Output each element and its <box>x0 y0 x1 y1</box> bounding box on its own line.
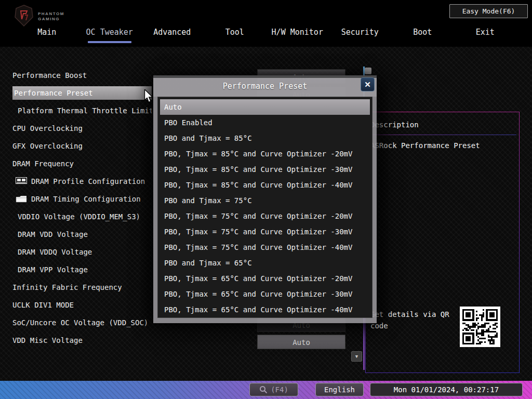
preset-option-pbo-and-tjmax-85-c[interactable]: PBO and Tjmax = 85°C <box>158 130 372 146</box>
easy-mode-button[interactable]: Easy Mode(F6) <box>449 4 528 18</box>
tab-tool[interactable]: Tool <box>204 26 267 42</box>
tab-exit[interactable]: Exit <box>454 26 517 42</box>
sidebar-item-label: VDD Misc Voltage <box>12 334 83 347</box>
sidebar-item-label: Performance Boost <box>12 69 87 82</box>
preset-option-pbo-tjmax-75-c-and-curve-optimizer-40mv[interactable]: PBO, Tjmax = 75°C and Curve Optimizer -4… <box>158 240 372 255</box>
top-bar: PHANTOM GAMING Easy Mode(F6) MainOC Twea… <box>0 0 532 47</box>
tab-advanced[interactable]: Advanced <box>141 26 204 42</box>
tab-boot[interactable]: Boot <box>391 26 454 42</box>
folder-icon <box>16 195 27 203</box>
sidebar-item-dram-profile-configuration[interactable]: DRAM Profile Configuration <box>12 175 152 188</box>
sidebar-item-label: DRAM Timing Configuration <box>31 192 141 206</box>
search-hotkey-label: (F4) <box>271 385 288 394</box>
datetime-display: Mon 01/01/2024, 00:27:17 <box>370 383 523 396</box>
sidebar-item-label: DRAM VPP Voltage <box>18 263 88 276</box>
sidebar-item-performance-boost[interactable]: Performance Boost <box>12 69 152 82</box>
dimm-icon <box>16 177 27 185</box>
dialog-title: Performance Preset <box>153 78 377 95</box>
preset-option-pbo-tjmax-65-c-and-curve-optimizer-20mv[interactable]: PBO, Tjmax = 65°C and Curve Optimizer -2… <box>158 271 372 286</box>
sidebar-item-dram-vddq-voltage[interactable]: DRAM VDDQ Voltage <box>12 245 152 259</box>
main-scrollbar-thumb[interactable] <box>365 68 371 74</box>
sidebar-item-infinity-fabric-frequency[interactable]: Infinity Fabric Frequency <box>12 281 152 294</box>
qr-code <box>460 307 500 347</box>
preset-option-pbo-tjmax-85-c-and-curve-optimizer-30mv[interactable]: PBO, Tjmax = 85°C and Curve Optimizer -3… <box>158 162 372 177</box>
sidebar-item-uclk-div1-mode[interactable]: UCLK DIV1 MODE <box>12 298 152 312</box>
preset-option-pbo-tjmax-65-c-and-curve-optimizer-40mv[interactable]: PBO, Tjmax = 65°C and Curve Optimizer -4… <box>158 302 372 317</box>
dialog-option-list: AutoPBO EnabledPBO and Tjmax = 85°CPBO, … <box>157 97 373 318</box>
sidebar-item-cpu-overclocking[interactable]: CPU Overclocking <box>12 122 152 135</box>
sidebar-item-vdd-misc-voltage[interactable]: VDD Misc Voltage <box>12 334 152 347</box>
phantom-gaming-shield-icon <box>14 5 34 29</box>
sidebar-item-label: UCLK DIV1 MODE <box>12 298 74 312</box>
chevron-down-icon: ▼ <box>355 354 358 359</box>
sidebar-item-label: VDDIO Voltage (VDDIO_MEM_S3) <box>18 210 140 223</box>
qr-caption: Get details via QR code <box>370 309 456 331</box>
dialog-close-button[interactable]: ✕ <box>361 77 375 91</box>
sidebar-item-dram-vpp-voltage[interactable]: DRAM VPP Voltage <box>12 263 152 276</box>
sidebar-item-label: Infinity Fabric Frequency <box>12 281 122 294</box>
description-panel: Description ASRock Performance Preset Ge… <box>365 112 520 373</box>
mouse-cursor <box>143 89 154 105</box>
scroll-down-button[interactable]: ▼ <box>351 351 362 362</box>
performance-preset-dialog: Performance Preset ✕ AutoPBO EnabledPBO … <box>153 75 377 323</box>
language-button[interactable]: English <box>315 383 364 396</box>
sidebar-item-dram-timing-configuration[interactable]: DRAM Timing Configuration <box>12 192 152 206</box>
sidebar-item-label: SoC/Uncore OC Voltage (VDD_SOC) <box>12 316 148 329</box>
tab-main[interactable]: Main <box>16 26 78 42</box>
phantom-gaming-logo: PHANTOM GAMING <box>14 5 64 29</box>
status-bar: (F4) English Mon 01/01/2024, 00:27:17 <box>0 381 532 399</box>
description-divider <box>369 135 516 135</box>
sidebar-item-performance-preset[interactable]: Performance Preset <box>12 86 152 100</box>
preset-option-auto[interactable]: Auto <box>160 99 370 115</box>
sidebar-item-gfx-overclocking[interactable]: GFX Overclocking <box>12 139 152 153</box>
preset-option-pbo-tjmax-75-c-and-curve-optimizer-30mv[interactable]: PBO, Tjmax = 75°C and Curve Optimizer -3… <box>158 224 372 240</box>
tab-h-w-monitor[interactable]: H/W Monitor <box>266 26 329 42</box>
search-button[interactable]: (F4) <box>249 383 298 396</box>
sidebar-item-dram-vdd-voltage[interactable]: DRAM VDD Voltage <box>12 228 152 241</box>
bios-screen: { "header": { "logo": { "line1": "PHANTO… <box>0 0 532 399</box>
description-text: ASRock Performance Preset <box>370 141 480 150</box>
preset-option-pbo-tjmax-85-c-and-curve-optimizer-20mv[interactable]: PBO, Tjmax = 85°C and Curve Optimizer -2… <box>158 146 372 162</box>
sidebar-item-label: DRAM Frequency <box>12 157 74 170</box>
sidebar-item-label: CPU Overclocking <box>12 122 83 135</box>
sidebar-item-platform-thermal-throttle-limit[interactable]: Platform Thermal Throttle Limit( <box>12 104 152 117</box>
tab-oc-tweaker[interactable]: OC Tweaker <box>78 26 141 42</box>
logo-wordmark: PHANTOM GAMING <box>38 11 64 22</box>
sidebar-item-label: GFX Overclocking <box>12 139 83 153</box>
preset-option-pbo-and-tjmax-65-c[interactable]: PBO and Tjmax = 65°C <box>158 255 372 271</box>
tab-security[interactable]: Security <box>329 26 392 42</box>
sidebar-item-label: Performance Preset <box>14 86 93 100</box>
nav-tabs: MainOC TweakerAdvancedToolH/W MonitorSec… <box>16 26 516 42</box>
preset-option-pbo-enabled[interactable]: PBO Enabled <box>158 115 372 130</box>
vdd-misc-voltage-value-dropdown[interactable]: Auto <box>257 335 345 349</box>
sidebar-item-dram-frequency[interactable]: DRAM Frequency <box>12 157 152 170</box>
preset-option-pbo-tjmax-75-c-and-curve-optimizer-20mv[interactable]: PBO, Tjmax = 75°C and Curve Optimizer -2… <box>158 208 372 224</box>
dialog-header: Performance Preset <box>153 78 377 97</box>
sidebar-item-label: DRAM Profile Configuration <box>31 175 145 188</box>
sidebar-item-label: DRAM VDD Voltage <box>18 228 88 241</box>
preset-option-pbo-and-tjmax-75-c[interactable]: PBO and Tjmax = 75°C <box>158 193 372 208</box>
description-title: Description <box>370 121 419 129</box>
search-icon <box>259 385 268 394</box>
sidebar-item-label: DRAM VDDQ Voltage <box>18 245 92 259</box>
sidebar-item-label: Platform Thermal Throttle Limit( <box>18 104 152 117</box>
close-icon: ✕ <box>364 80 371 89</box>
sidebar-item-soc-uncore-oc-voltage-vdd-soc[interactable]: SoC/Uncore OC Voltage (VDD_SOC) <box>12 316 152 329</box>
sidebar-item-vddio-voltage-vddio-mem-s3[interactable]: VDDIO Voltage (VDDIO_MEM_S3) <box>12 210 152 223</box>
preset-option-pbo-tjmax-65-c-and-curve-optimizer-30mv[interactable]: PBO, Tjmax = 65°C and Curve Optimizer -3… <box>158 286 372 302</box>
preset-option-pbo-tjmax-85-c-and-curve-optimizer-40mv[interactable]: PBO, Tjmax = 85°C and Curve Optimizer -4… <box>158 177 372 193</box>
